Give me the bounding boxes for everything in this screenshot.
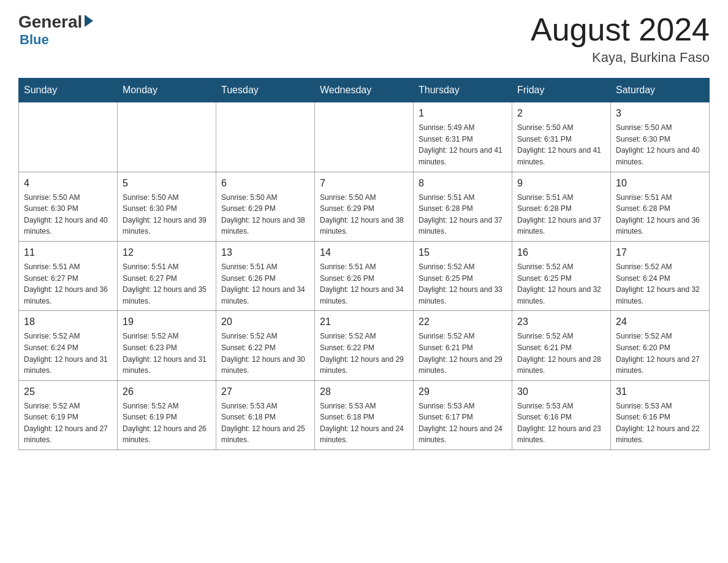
calendar-week-row: 11Sunrise: 5:51 AMSunset: 6:27 PMDayligh… — [19, 241, 710, 310]
calendar-cell — [216, 102, 315, 172]
calendar-cell: 1Sunrise: 5:49 AMSunset: 6:31 PMDaylight… — [414, 102, 512, 172]
day-info: Sunrise: 5:52 AMSunset: 6:24 PMDaylight:… — [616, 261, 704, 307]
calendar-cell: 10Sunrise: 5:51 AMSunset: 6:28 PMDayligh… — [611, 172, 710, 241]
day-info: Sunrise: 5:52 AMSunset: 6:19 PMDaylight:… — [24, 400, 112, 446]
month-title: August 2024 — [531, 12, 710, 47]
day-info: Sunrise: 5:53 AMSunset: 6:18 PMDaylight:… — [320, 400, 408, 446]
page-header: General Blue August 2024 Kaya, Burkina F… — [18, 12, 710, 66]
calendar-cell: 3Sunrise: 5:50 AMSunset: 6:30 PMDaylight… — [611, 102, 710, 172]
day-number: 2 — [517, 106, 605, 121]
location-text: Kaya, Burkina Faso — [531, 50, 710, 66]
day-info: Sunrise: 5:52 AMSunset: 6:24 PMDaylight:… — [24, 331, 112, 376]
calendar-cell: 21Sunrise: 5:52 AMSunset: 6:22 PMDayligh… — [315, 311, 414, 380]
day-number: 21 — [320, 315, 408, 329]
calendar-cell: 20Sunrise: 5:52 AMSunset: 6:22 PMDayligh… — [216, 311, 315, 380]
calendar-cell: 17Sunrise: 5:52 AMSunset: 6:24 PMDayligh… — [611, 241, 710, 310]
calendar-week-row: 4Sunrise: 5:50 AMSunset: 6:30 PMDaylight… — [19, 172, 710, 241]
calendar-cell: 12Sunrise: 5:51 AMSunset: 6:27 PMDayligh… — [118, 241, 216, 310]
calendar-cell: 15Sunrise: 5:52 AMSunset: 6:25 PMDayligh… — [414, 241, 512, 310]
day-number: 12 — [123, 245, 211, 260]
day-number: 14 — [320, 245, 408, 260]
day-number: 22 — [419, 315, 507, 329]
day-number: 28 — [320, 385, 408, 399]
calendar-cell: 11Sunrise: 5:51 AMSunset: 6:27 PMDayligh… — [19, 241, 118, 310]
day-number: 27 — [221, 385, 309, 399]
day-number: 18 — [24, 315, 112, 329]
day-info: Sunrise: 5:50 AMSunset: 6:30 PMDaylight:… — [616, 122, 704, 167]
calendar-week-row: 25Sunrise: 5:52 AMSunset: 6:19 PMDayligh… — [19, 380, 710, 450]
day-info: Sunrise: 5:50 AMSunset: 6:30 PMDaylight:… — [123, 192, 211, 237]
day-number: 9 — [517, 176, 605, 191]
day-header-sunday: Sunday — [19, 79, 118, 102]
calendar-cell: 26Sunrise: 5:52 AMSunset: 6:19 PMDayligh… — [118, 380, 216, 450]
calendar-cell — [118, 102, 216, 172]
day-number: 5 — [123, 176, 211, 191]
day-number: 16 — [517, 245, 605, 260]
day-info: Sunrise: 5:50 AMSunset: 6:31 PMDaylight:… — [517, 122, 605, 167]
calendar-cell: 6Sunrise: 5:50 AMSunset: 6:29 PMDaylight… — [216, 172, 315, 241]
calendar-cell: 5Sunrise: 5:50 AMSunset: 6:30 PMDaylight… — [118, 172, 216, 241]
day-info: Sunrise: 5:51 AMSunset: 6:27 PMDaylight:… — [123, 261, 211, 307]
calendar-cell: 28Sunrise: 5:53 AMSunset: 6:18 PMDayligh… — [315, 380, 414, 450]
calendar-cell: 14Sunrise: 5:51 AMSunset: 6:26 PMDayligh… — [315, 241, 414, 310]
calendar-table: SundayMondayTuesdayWednesdayThursdayFrid… — [18, 78, 710, 450]
title-area: August 2024 Kaya, Burkina Faso — [531, 12, 710, 66]
day-number: 31 — [616, 385, 704, 399]
day-number: 20 — [221, 315, 309, 329]
day-info: Sunrise: 5:51 AMSunset: 6:26 PMDaylight:… — [320, 261, 408, 307]
day-info: Sunrise: 5:52 AMSunset: 6:23 PMDaylight:… — [123, 331, 211, 376]
calendar-cell: 23Sunrise: 5:52 AMSunset: 6:21 PMDayligh… — [512, 311, 611, 380]
day-number: 7 — [320, 176, 408, 191]
calendar-header-row: SundayMondayTuesdayWednesdayThursdayFrid… — [19, 79, 710, 102]
day-number: 29 — [419, 385, 507, 399]
calendar-cell: 27Sunrise: 5:53 AMSunset: 6:18 PMDayligh… — [216, 380, 315, 450]
day-info: Sunrise: 5:51 AMSunset: 6:28 PMDaylight:… — [419, 192, 507, 237]
day-info: Sunrise: 5:49 AMSunset: 6:31 PMDaylight:… — [419, 122, 507, 167]
calendar-week-row: 1Sunrise: 5:49 AMSunset: 6:31 PMDaylight… — [19, 102, 710, 172]
calendar-cell: 25Sunrise: 5:52 AMSunset: 6:19 PMDayligh… — [19, 380, 118, 450]
day-info: Sunrise: 5:50 AMSunset: 6:30 PMDaylight:… — [24, 192, 112, 237]
day-info: Sunrise: 5:52 AMSunset: 6:22 PMDaylight:… — [320, 331, 408, 376]
day-header-thursday: Thursday — [414, 79, 512, 102]
day-info: Sunrise: 5:52 AMSunset: 6:25 PMDaylight:… — [419, 261, 507, 307]
day-number: 15 — [419, 245, 507, 260]
day-info: Sunrise: 5:51 AMSunset: 6:27 PMDaylight:… — [24, 261, 112, 307]
day-info: Sunrise: 5:51 AMSunset: 6:28 PMDaylight:… — [517, 192, 605, 237]
day-header-saturday: Saturday — [611, 79, 710, 102]
day-info: Sunrise: 5:52 AMSunset: 6:20 PMDaylight:… — [616, 331, 704, 376]
day-info: Sunrise: 5:53 AMSunset: 6:17 PMDaylight:… — [419, 400, 507, 446]
day-number: 19 — [123, 315, 211, 329]
calendar-cell: 18Sunrise: 5:52 AMSunset: 6:24 PMDayligh… — [19, 311, 118, 380]
day-number: 1 — [419, 106, 507, 121]
calendar-cell: 16Sunrise: 5:52 AMSunset: 6:25 PMDayligh… — [512, 241, 611, 310]
day-number: 4 — [24, 176, 112, 191]
logo: General Blue — [18, 12, 93, 48]
logo-triangle-icon — [85, 15, 93, 27]
day-number: 26 — [123, 385, 211, 399]
calendar-cell — [315, 102, 414, 172]
logo-general-text: General — [18, 12, 82, 32]
day-info: Sunrise: 5:51 AMSunset: 6:26 PMDaylight:… — [221, 261, 309, 307]
calendar-cell: 24Sunrise: 5:52 AMSunset: 6:20 PMDayligh… — [611, 311, 710, 380]
day-number: 25 — [24, 385, 112, 399]
day-info: Sunrise: 5:52 AMSunset: 6:21 PMDaylight:… — [419, 331, 507, 376]
day-info: Sunrise: 5:53 AMSunset: 6:18 PMDaylight:… — [221, 400, 309, 446]
calendar-cell: 9Sunrise: 5:51 AMSunset: 6:28 PMDaylight… — [512, 172, 611, 241]
calendar-week-row: 18Sunrise: 5:52 AMSunset: 6:24 PMDayligh… — [19, 311, 710, 380]
day-info: Sunrise: 5:53 AMSunset: 6:16 PMDaylight:… — [517, 400, 605, 446]
day-number: 6 — [221, 176, 309, 191]
calendar-cell: 8Sunrise: 5:51 AMSunset: 6:28 PMDaylight… — [414, 172, 512, 241]
calendar-cell: 31Sunrise: 5:53 AMSunset: 6:16 PMDayligh… — [611, 380, 710, 450]
day-info: Sunrise: 5:52 AMSunset: 6:21 PMDaylight:… — [517, 331, 605, 376]
day-info: Sunrise: 5:50 AMSunset: 6:29 PMDaylight:… — [320, 192, 408, 237]
day-info: Sunrise: 5:51 AMSunset: 6:28 PMDaylight:… — [616, 192, 704, 237]
day-info: Sunrise: 5:50 AMSunset: 6:29 PMDaylight:… — [221, 192, 309, 237]
day-number: 11 — [24, 245, 112, 260]
day-number: 23 — [517, 315, 605, 329]
calendar-cell: 30Sunrise: 5:53 AMSunset: 6:16 PMDayligh… — [512, 380, 611, 450]
logo-blue-text: Blue — [20, 32, 49, 48]
day-number: 10 — [616, 176, 704, 191]
day-number: 8 — [419, 176, 507, 191]
day-info: Sunrise: 5:52 AMSunset: 6:25 PMDaylight:… — [517, 261, 605, 307]
calendar-cell: 7Sunrise: 5:50 AMSunset: 6:29 PMDaylight… — [315, 172, 414, 241]
